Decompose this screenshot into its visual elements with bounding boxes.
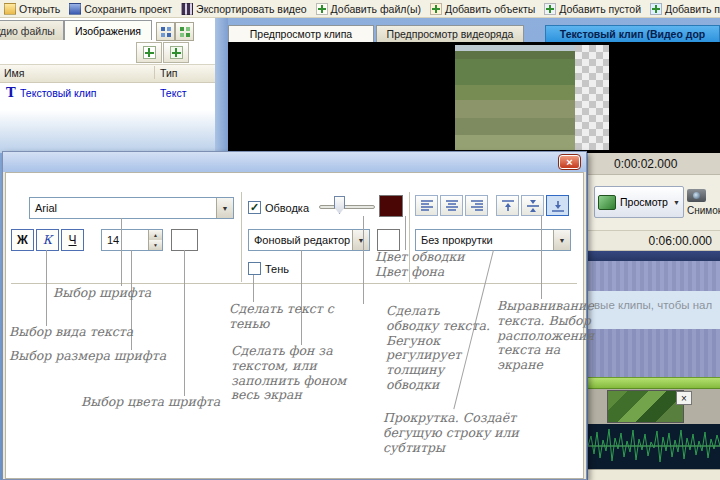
outline-color-swatch[interactable] (379, 195, 403, 217)
scroll-mode-select[interactable]: Без прокрутки ▼ (415, 229, 571, 251)
chevron-down-icon[interactable]: ▼ (352, 230, 369, 250)
monitor-icon (598, 195, 616, 210)
add-object-icon (430, 3, 442, 15)
shadow-checkbox[interactable] (248, 262, 261, 275)
align-bottom-button[interactable] (546, 195, 569, 216)
spinner-down-icon[interactable]: ▼ (148, 240, 162, 250)
outline-checkbox[interactable]: ✓ (248, 201, 261, 214)
tab-label: Изображения (75, 25, 141, 37)
add-image-button[interactable] (136, 42, 162, 63)
menu-item-save-project[interactable]: Сохранить проект (69, 3, 172, 15)
media-table-header: Имя Тип (0, 64, 215, 83)
timeline-clip-bar[interactable] (588, 377, 720, 389)
column-header-name[interactable]: Имя (4, 67, 24, 79)
timeline-track-upper[interactable] (588, 261, 720, 291)
add-collage-button[interactable] (163, 42, 189, 63)
timeline-hint: вые клипы, чтобы нал (588, 291, 720, 329)
spinner-up-icon[interactable]: ▲ (148, 230, 162, 240)
menu-item-add-objects[interactable]: Добавить объекты (430, 3, 535, 15)
menu-item-label: Добавить пустой (559, 3, 641, 15)
font-color-swatch[interactable] (171, 229, 198, 251)
italic-button[interactable]: К (36, 229, 59, 251)
annotation-align: Выравнивание текста. Выбор расположения … (497, 299, 597, 373)
tab-label: Предпросмотр клипа (250, 28, 352, 40)
folder-open-icon (4, 3, 16, 15)
background-color-swatch[interactable] (377, 229, 400, 251)
outline-width-slider[interactable] (319, 205, 375, 209)
tab-sequence-preview[interactable]: Предпросмотр видеоряда (376, 25, 524, 42)
chevron-down-icon[interactable]: ▼ (673, 199, 680, 206)
annotation-outline-color: Цвет обводки (375, 250, 465, 265)
remove-clip-button[interactable]: × (676, 391, 692, 405)
shadow-checkbox-label: Тень (265, 263, 289, 275)
annotation-line (121, 218, 122, 286)
text-clip-editor-dialog: × Arial ▼ ✓ Обводка (2, 151, 587, 480)
add-empty-icon (544, 3, 556, 15)
table-row[interactable]: T Текстовый клип Текст (0, 84, 215, 102)
scroll-mode-value: Без прокрутки (421, 234, 493, 246)
dialog-titlebar[interactable]: × (3, 152, 586, 172)
align-right-icon (469, 199, 485, 213)
font-family-value: Arial (35, 202, 57, 214)
tab-images[interactable]: Изображения (64, 20, 152, 40)
text-clip-icon: T (6, 85, 16, 100)
align-center-button[interactable] (440, 195, 463, 216)
menu-item-label: Добавить плашку (665, 3, 720, 15)
video-thumbnail[interactable] (607, 390, 684, 423)
tab-audio-files[interactable]: удио файлы (0, 20, 64, 40)
chevron-down-icon[interactable]: ▼ (216, 198, 233, 218)
tab-label: Предпросмотр видеоряда (387, 28, 514, 40)
align-top-button[interactable] (496, 195, 519, 216)
font-family-select[interactable]: Arial ▼ (29, 197, 234, 219)
annotation-shadow: Сделать текст с тенью (229, 302, 341, 332)
font-size-value: 14 (107, 234, 119, 246)
add-plus-icon (170, 46, 183, 59)
panel-splitter[interactable] (215, 18, 228, 153)
chevron-down-icon[interactable]: ▼ (553, 230, 570, 250)
tab-clip-preview[interactable]: Предпросмотр клипа (228, 25, 374, 42)
view-thumbnails-button[interactable] (175, 22, 194, 41)
menu-item-add-empty[interactable]: Добавить пустой (544, 3, 641, 15)
bold-button[interactable]: Ж (11, 229, 34, 251)
close-button[interactable]: × (559, 155, 580, 169)
underline-button[interactable]: Ч (61, 229, 84, 251)
add-file-icon (316, 3, 328, 15)
status-bar (588, 469, 720, 480)
font-size-input[interactable]: 14 ▲ ▼ (101, 229, 163, 251)
menu-bar: Открыть Сохранить проект Экспортировать … (0, 0, 720, 18)
column-divider[interactable] (154, 66, 155, 79)
snapshot-button-label: Снимок (687, 205, 720, 216)
align-right-button[interactable] (465, 195, 488, 216)
bold-label: Ж (17, 233, 28, 247)
tab-text-clip[interactable]: Текстовый клип (Видео дор (545, 25, 720, 42)
menu-item-label: Сохранить проект (84, 3, 172, 15)
timeline-video-track: × (588, 389, 720, 424)
view-grid-button[interactable] (156, 22, 175, 41)
preview-button[interactable]: Просмотр ▼ (594, 186, 684, 218)
snapshot-button[interactable]: Снимок (687, 181, 720, 223)
menu-item-export-video[interactable]: Экспортировать видео (181, 3, 307, 15)
column-header-type[interactable]: Тип (160, 67, 178, 79)
timeline-ruler[interactable] (588, 251, 720, 261)
group-divider (241, 192, 243, 282)
annotation-line (541, 216, 542, 299)
clip-name: Текстовый клип (20, 87, 96, 99)
clip-time: 0:00:02.000 (614, 157, 677, 171)
audio-waveform[interactable] (588, 424, 720, 469)
align-left-button[interactable] (415, 195, 438, 216)
align-middle-button[interactable] (521, 195, 544, 216)
background-editor-select[interactable]: Фоновый редактор ▼ (248, 229, 370, 251)
hint-text: вые клипы, чтобы нал (594, 299, 712, 311)
annotation-font: Выбор шрифта (53, 286, 151, 301)
menu-item-add-plate[interactable]: Добавить плашку (650, 3, 720, 15)
menu-item-open[interactable]: Открыть (4, 3, 60, 15)
annotation-color: Выбор цвета шрифта (81, 395, 220, 410)
thumbnails-view-icon (180, 27, 184, 31)
add-plate-icon (650, 3, 662, 15)
annotation-scroll: Прокрутка. Создаёт бегущую строку или су… (383, 411, 553, 455)
annotation-background: Сделать фон за текстом, или заполнить фо… (231, 344, 355, 403)
annotation-line (253, 275, 254, 302)
menu-item-add-files[interactable]: Добавить файл(ы) (316, 3, 421, 15)
timeline-track-lower[interactable] (588, 329, 720, 377)
menu-item-label: Добавить объекты (445, 3, 535, 15)
